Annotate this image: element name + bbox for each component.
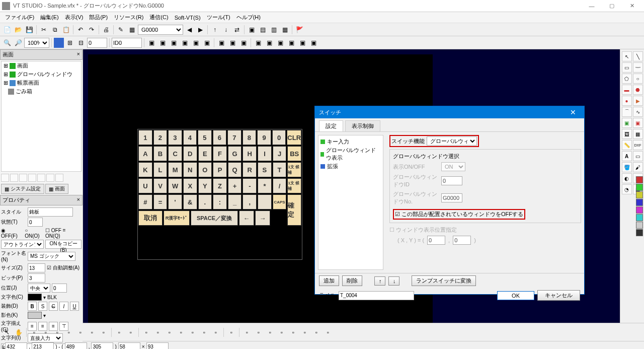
- key-cancel[interactable]: 取消: [138, 211, 163, 226]
- line-icon[interactable]: ╲: [633, 51, 643, 61]
- style-input[interactable]: [28, 207, 73, 217]
- menu-tool[interactable]: ツール(T): [204, 14, 233, 21]
- bt-x-icon[interactable]: ▫: [311, 327, 321, 337]
- key-0[interactable]: 0: [272, 130, 286, 145]
- underline-button[interactable]: U: [70, 302, 79, 311]
- circle-icon[interactable]: ○: [633, 74, 643, 84]
- tri-icon[interactable]: ▶: [633, 96, 643, 106]
- tree-item[interactable]: ⊞ 帳票画面: [2, 79, 81, 87]
- down-button[interactable]: ↓: [388, 276, 399, 286]
- bt-r-icon[interactable]: ▫: [242, 327, 252, 337]
- mini-btn[interactable]: [10, 174, 18, 182]
- gauge-icon[interactable]: ◐: [622, 173, 632, 183]
- brush-icon[interactable]: 🖌: [633, 162, 643, 172]
- vt1-icon[interactable]: ▣: [146, 38, 156, 48]
- sheet-icon[interactable]: ▦: [127, 25, 137, 35]
- bt-b-icon[interactable]: ▫: [41, 327, 51, 337]
- tree-item[interactable]: ⊞ 画面: [2, 61, 81, 70]
- off-window-check[interactable]: ☑ この部品が配置されているウィンドウをOFFする: [395, 211, 523, 218]
- vt10-icon[interactable]: ▣: [253, 38, 263, 48]
- key-8[interactable]: 8: [243, 130, 257, 145]
- bt-j-icon[interactable]: ▫: [141, 327, 151, 337]
- save-icon[interactable]: 💾: [24, 25, 34, 35]
- bt-i-icon[interactable]: ▫: [126, 327, 136, 337]
- palette-gray[interactable]: [636, 222, 643, 229]
- key-2[interactable]: 2: [153, 130, 168, 145]
- edit-icon[interactable]: ✎: [116, 25, 126, 35]
- menu-softvt[interactable]: Soft-VT(S): [172, 15, 204, 21]
- keyboard-component[interactable]: 1 2 3 4 5 6 7 8 9 0 CLR A B C D: [137, 129, 302, 260]
- func-select[interactable]: グローバルウィンドウ表示: [427, 136, 477, 146]
- on-radio[interactable]: ○ ON(O): [25, 228, 44, 239]
- transfer-icon[interactable]: ⇄: [232, 25, 242, 35]
- y2-input[interactable]: [91, 342, 113, 350]
- key-5[interactable]: 5: [198, 130, 212, 145]
- zoom-in-icon[interactable]: 🔍: [2, 38, 12, 48]
- redo-icon[interactable]: ↷: [87, 25, 97, 35]
- key-space[interactable]: SPACE／変換: [191, 211, 238, 226]
- key-r[interactable]: R: [243, 162, 257, 177]
- tree-item[interactable]: ごみ箱: [2, 87, 81, 96]
- wave-icon[interactable]: 〰: [633, 62, 643, 73]
- menu-edit[interactable]: 編集(E): [37, 14, 62, 21]
- vt15-icon[interactable]: ▣: [308, 38, 318, 48]
- mini-btn[interactable]: [55, 174, 63, 182]
- key-c[interactable]: C: [168, 146, 182, 161]
- bt-arrow-icon[interactable]: ↖: [2, 327, 12, 337]
- key-caps[interactable]: CAPS: [273, 194, 287, 210]
- arrow-icon[interactable]: ↖: [622, 51, 632, 61]
- grid2-icon[interactable]: ⊟: [76, 38, 86, 48]
- paint-icon[interactable]: 🪣: [622, 162, 632, 172]
- palette-blue[interactable]: [636, 199, 643, 206]
- list-item[interactable]: 拡張: [320, 162, 381, 171]
- key-cand1[interactable]: 1文 候補: [287, 162, 301, 177]
- add-button[interactable]: 追加: [319, 275, 339, 286]
- maximize-button[interactable]: ▢: [602, 0, 622, 12]
- del-button[interactable]: 削除: [342, 275, 362, 286]
- key-t[interactable]: T: [273, 162, 287, 177]
- palette-dark[interactable]: [636, 229, 643, 236]
- arc-icon[interactable]: ⌒: [622, 107, 632, 117]
- palette-green[interactable]: [636, 184, 643, 191]
- palette-magenta[interactable]: [636, 206, 643, 214]
- x1-input[interactable]: [5, 342, 27, 350]
- bt-u-icon[interactable]: ▫: [277, 327, 287, 337]
- key-4[interactable]: 4: [183, 130, 197, 145]
- italic-button[interactable]: I: [59, 302, 68, 311]
- key-b[interactable]: B: [153, 146, 168, 161]
- mini-btn[interactable]: [19, 174, 27, 182]
- pitch-spinner[interactable]: [28, 273, 45, 283]
- key-3[interactable]: 3: [168, 130, 182, 145]
- minimize-button[interactable]: —: [582, 0, 602, 12]
- key-clr[interactable]: CLR: [287, 130, 301, 145]
- text-icon[interactable]: A: [622, 151, 632, 161]
- btn1-icon[interactable]: ▣: [622, 118, 632, 128]
- key-q[interactable]: Q: [228, 162, 242, 177]
- paste-icon[interactable]: 📋: [61, 25, 71, 35]
- btn2-icon[interactable]: ▣: [633, 118, 643, 128]
- screen-tree[interactable]: ⊞ 画面 ⊞ グローバルウィンドウ ⊞ 帳票画面 ごみ箱: [1, 61, 82, 172]
- key-under[interactable]: _: [228, 194, 242, 210]
- state-spinner[interactable]: [28, 218, 43, 227]
- img-icon[interactable]: 🖼: [622, 129, 632, 139]
- key-1[interactable]: 1: [138, 130, 152, 145]
- pie-icon[interactable]: ◔: [622, 184, 632, 194]
- key-i[interactable]: I: [258, 146, 272, 161]
- bt-w-icon[interactable]: ▫: [300, 327, 310, 337]
- textbox-icon[interactable]: ▭: [633, 151, 643, 161]
- flag-icon[interactable]: 🚩: [294, 25, 304, 35]
- bt-v-icon[interactable]: ▫: [288, 327, 298, 337]
- spline-icon[interactable]: ∿: [633, 107, 643, 117]
- tab-display[interactable]: 表示制御: [345, 120, 380, 131]
- open-icon[interactable]: 📂: [13, 25, 23, 35]
- key-left[interactable]: ←: [239, 211, 254, 226]
- y1-input[interactable]: [32, 342, 54, 350]
- key-j[interactable]: J: [273, 146, 287, 161]
- autoadj-check[interactable]: ☑ 自動調整(A): [47, 264, 79, 271]
- outline-select[interactable]: アウトラインフォント: [1, 240, 44, 249]
- tool2-icon[interactable]: ▤: [258, 25, 268, 35]
- bt-a-icon[interactable]: ▫: [29, 327, 39, 337]
- key-o[interactable]: O: [198, 162, 212, 177]
- convert-button[interactable]: ランプスイッチに変換: [412, 275, 476, 286]
- label-input[interactable]: [339, 291, 414, 300]
